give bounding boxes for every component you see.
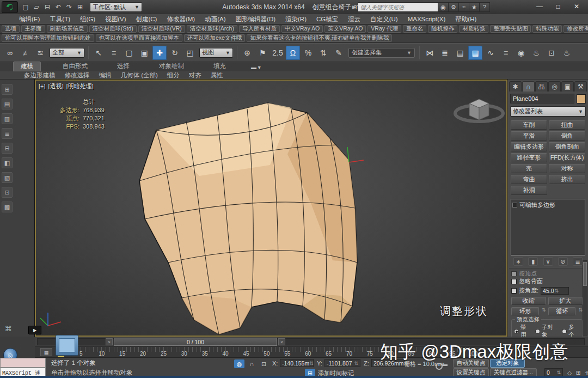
redo-icon[interactable]: ↷ — [64, 2, 75, 13]
favorites-icon[interactable]: ★ — [469, 2, 480, 12]
menu-item[interactable]: 自定义(U) — [365, 14, 402, 24]
menu-item[interactable]: 组(G) — [75, 14, 100, 24]
align-icon[interactable]: ≣ — [438, 46, 452, 60]
panel-scrollbar[interactable] — [583, 260, 587, 336]
spinner-icon[interactable]: ⇅ — [542, 307, 546, 315]
rectangular-selection-region-icon[interactable]: ▢ — [122, 46, 136, 60]
angle-snap-icon[interactable]: Ω — [286, 46, 300, 60]
tab-utilities[interactable]: ⚒ — [574, 81, 587, 92]
left-toolbar-icon-9[interactable]: ▩ — [2, 202, 13, 212]
script-button[interactable]: 中文VRay AO — [281, 25, 323, 33]
material-editor-icon[interactable]: ◉ — [514, 46, 528, 60]
menu-item[interactable]: 视图(V) — [100, 14, 131, 24]
script-button[interactable]: 修改所有VRayMtl — [564, 25, 588, 33]
modifier-button[interactable]: 扭曲 — [549, 120, 585, 130]
snap-toggle-25-icon[interactable]: 2.5 — [271, 46, 285, 60]
script-button[interactable]: 随机操作 — [428, 25, 457, 33]
modifier-button[interactable]: 车削 — [511, 120, 547, 130]
ribbon-panel-title[interactable]: 属性 — [211, 71, 223, 80]
remove-modifier-icon[interactable]: ⊘ — [558, 257, 568, 266]
left-toolbar-icon-8[interactable]: ⊡ — [2, 187, 13, 198]
grow-button[interactable]: 扩大 — [548, 297, 583, 305]
script-button[interactable]: VRay 代理 — [367, 25, 401, 33]
object-name-field[interactable]: Plane004 — [510, 94, 574, 103]
tab-motion[interactable]: ◎ — [548, 81, 561, 92]
script-button[interactable]: 刷新场景信息 — [47, 25, 88, 33]
editable-poly-model[interactable] — [36, 81, 506, 336]
time-slider-handle[interactable]: 0 / 100 — [114, 338, 277, 346]
viewport-expand-arrow[interactable]: ▶ — [28, 326, 41, 334]
minimize-button[interactable]: — — [530, 1, 549, 13]
ignore-backfacing-checkbox[interactable] — [511, 279, 517, 284]
ring-button[interactable]: 环形 — [511, 307, 539, 315]
select-and-link-icon[interactable]: ∞ — [3, 46, 17, 60]
project-folder-icon[interactable]: ⊞ — [75, 2, 85, 13]
left-toolbar-icon-2[interactable]: ▤ — [2, 99, 13, 109]
named-selection-sets-icon[interactable]: ✎ — [332, 46, 346, 60]
modifier-button[interactable]: 挤出 — [549, 175, 585, 184]
isolate-selection-icon[interactable]: ◍ — [234, 359, 244, 368]
script-button[interactable]: 你可以用脚本管理添加按钮到此处 — [2, 34, 94, 42]
by-angle-checkbox[interactable] — [511, 288, 517, 294]
ribbon-panel-title[interactable]: 几何体 (全部) — [121, 71, 158, 80]
script-button[interactable]: 导入所有材质 — [239, 25, 280, 33]
select-and-scale-icon[interactable]: ◰ — [183, 46, 197, 60]
search-binoculars-icon[interactable]: ◉ — [438, 2, 449, 12]
script-button[interactable]: 整理丢失贴图 — [490, 25, 531, 33]
blue-square-widget[interactable] — [56, 335, 78, 356]
named-selection-set-dropdown[interactable]: 创建选择集▼ — [348, 48, 415, 58]
script-button[interactable]: 清空材质球(Arch) — [187, 25, 237, 33]
perspective-viewport[interactable]: [+] [透视] [明暗处理] 总计 多边形:768,939 顶点:770,32… — [35, 80, 507, 337]
render-setup-icon[interactable]: ♨ — [529, 46, 543, 60]
mini-curve-editor-button[interactable]: ▦ — [40, 348, 52, 356]
modifier-button[interactable]: 倒角剖面 — [549, 142, 585, 151]
graphite-ribbon-icon[interactable]: ▦ — [468, 46, 482, 60]
script-button[interactable]: 清空材质球(VR) — [138, 25, 185, 33]
configure-modifier-sets-icon[interactable]: ≣ — [573, 257, 583, 266]
ribbon-tab[interactable]: 对象绘制 — [151, 62, 192, 71]
dope-sheet-icon[interactable]: ≡ — [499, 46, 513, 60]
menu-item[interactable]: 动画(A) — [200, 14, 230, 24]
collapse-arrow-icon[interactable]: ▶ — [352, 4, 356, 10]
left-toolbar-icon-5[interactable]: ⊟ — [2, 143, 13, 154]
menu-item[interactable]: 图形编辑器(D) — [231, 14, 280, 24]
left-toolbar-icon-6[interactable]: ◧ — [2, 157, 13, 168]
menu-item[interactable]: 渲云 — [343, 14, 365, 24]
left-toolbar-icon-3[interactable]: ▥ — [2, 113, 13, 124]
stack-item-editable-poly[interactable]: 可编辑多边形 — [512, 200, 584, 209]
spinner-icon[interactable]: ⇅ — [578, 307, 583, 315]
script-button[interactable]: 清空材质球(Std) — [89, 25, 137, 33]
menu-item[interactable]: 创建(C) — [131, 14, 162, 24]
script-button[interactable]: 材质转换 — [459, 25, 488, 33]
script-button[interactable]: 重命名 — [403, 25, 427, 33]
modifier-button[interactable]: 对称 — [549, 164, 585, 173]
select-object-icon[interactable]: ↖ — [91, 46, 106, 60]
next-frame-button[interactable]: > — [278, 338, 285, 345]
close-button[interactable]: ✕ — [567, 1, 586, 13]
mirror-icon[interactable]: ⋈ — [422, 46, 437, 60]
open-file-icon[interactable]: ▱ — [31, 2, 42, 13]
window-crossing-icon[interactable]: ▣ — [137, 46, 151, 60]
viewport-menu-pov[interactable]: [透视] — [48, 83, 64, 89]
ribbon-panel-title[interactable]: 修改选择 — [65, 71, 90, 80]
angle-value-field[interactable]: 45.0⇅ — [541, 287, 569, 295]
by-vertex-checkbox[interactable] — [511, 271, 517, 276]
tab-display[interactable]: ▣ — [561, 81, 574, 92]
script-button[interactable]: 如果你看着这么卡的按钮很不爽,请右键单击我并删除我 — [247, 34, 392, 42]
menu-item[interactable]: 渲染(R) — [280, 14, 311, 24]
make-unique-icon[interactable]: ∨ — [543, 257, 553, 266]
previous-frame-button[interactable]: < — [106, 338, 113, 345]
menu-item[interactable]: 编辑(E) — [14, 14, 45, 24]
left-toolbar-icon-1[interactable]: ⊞ — [2, 84, 13, 95]
shrink-button[interactable]: 收缩 — [511, 297, 546, 305]
ribbon-panel-title[interactable]: 对齐 — [189, 71, 201, 80]
reference-coordinate-dropdown[interactable]: 视图▼ — [199, 48, 233, 58]
select-and-manipulate-icon[interactable]: ⊕ — [240, 46, 254, 60]
viewport-menu-general[interactable]: [+] — [39, 83, 46, 89]
keyboard-override-icon[interactable]: ⚑ — [255, 46, 270, 60]
menu-item[interactable]: MAXScript(X) — [403, 14, 451, 24]
unlink-selection-icon[interactable]: ≠ — [18, 46, 32, 60]
workspace-dropdown[interactable]: 工作区: 默认▼ — [90, 2, 142, 12]
ribbon-tab[interactable]: 建模 — [13, 62, 41, 71]
spinner-snap-icon[interactable]: ⇅ — [316, 46, 330, 60]
